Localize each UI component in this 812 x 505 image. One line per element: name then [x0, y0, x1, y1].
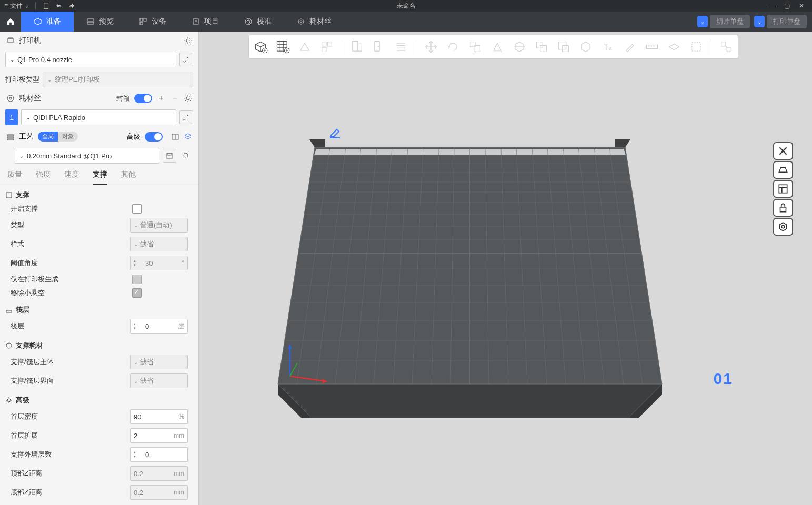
- arrange-icon[interactable]: [317, 37, 336, 56]
- support-paint-icon[interactable]: [554, 37, 573, 56]
- undo-icon[interactable]: [55, 2, 63, 10]
- svg-rect-64: [647, 45, 658, 49]
- split-objects-icon[interactable]: [347, 37, 366, 56]
- assembly-view-icon[interactable]: [717, 37, 736, 56]
- auto-orient-icon[interactable]: [295, 37, 314, 56]
- remove-filament-icon[interactable]: −: [170, 94, 179, 103]
- filament-settings-icon[interactable]: [184, 94, 192, 103]
- print-button[interactable]: 打印单盘: [767, 15, 807, 28]
- advanced-label: 高级: [127, 132, 141, 142]
- wall-loops-input[interactable]: ▴▾ 0: [130, 447, 188, 462]
- maximize-icon[interactable]: ▢: [783, 2, 791, 10]
- svg-point-10: [245, 18, 252, 25]
- enclosure-toggle[interactable]: [134, 94, 152, 103]
- support-type-select[interactable]: ⌄普通(自动): [130, 218, 188, 233]
- assembly-icon[interactable]: [665, 37, 684, 56]
- nav-project[interactable]: 项目: [179, 12, 232, 32]
- perspective-icon[interactable]: [773, 161, 793, 179]
- tab-support[interactable]: 支撑: [93, 170, 107, 185]
- filament-slot-1[interactable]: 1: [5, 109, 18, 125]
- file-menu[interactable]: ≡ 文件 ⌄: [4, 2, 29, 11]
- section-raft: 筏层: [0, 300, 198, 317]
- support-body-select[interactable]: ⌄缺省: [130, 355, 188, 369]
- advanced-toggle[interactable]: [145, 132, 163, 142]
- filament-edit-icon[interactable]: [179, 110, 193, 124]
- expansion-input[interactable]: 2 mm: [130, 428, 188, 443]
- process-icon: [6, 133, 15, 141]
- scope-toggle[interactable]: 全局 对象: [38, 132, 78, 142]
- variable-layer-icon[interactable]: [392, 37, 410, 56]
- printer-settings-icon[interactable]: [184, 36, 192, 45]
- top-z-input[interactable]: 0.2 mm: [130, 466, 188, 481]
- titlebar: ≡ 文件 ⌄ 未命名 — ▢ ✕: [0, 0, 812, 12]
- nav-device[interactable]: 设备: [126, 12, 179, 32]
- print-dropdown[interactable]: ⌄: [754, 16, 765, 27]
- lock-icon[interactable]: [773, 199, 793, 217]
- svg-point-17: [9, 97, 12, 99]
- settings-view-icon[interactable]: [773, 218, 793, 236]
- place-face-icon[interactable]: [488, 37, 507, 56]
- tab-quality[interactable]: 质量: [7, 170, 22, 185]
- text-icon[interactable]: Ta: [598, 37, 617, 56]
- printer-edit-icon[interactable]: [179, 53, 193, 66]
- nav-prepare[interactable]: 准备: [21, 12, 74, 32]
- nav-filament[interactable]: 耗材丝: [284, 12, 344, 32]
- svg-rect-43: [322, 42, 326, 46]
- close-view-icon[interactable]: [773, 142, 793, 160]
- filament-name: QIDI PLA Rapido: [33, 114, 85, 122]
- buildplate-only-checkbox[interactable]: [132, 275, 142, 284]
- seam-paint-icon[interactable]: [576, 37, 595, 56]
- printer-icon: [6, 36, 15, 45]
- svg-rect-5: [140, 22, 143, 25]
- measure-icon[interactable]: [643, 37, 661, 56]
- tab-speed[interactable]: 速度: [64, 170, 79, 185]
- cut-icon[interactable]: [510, 37, 529, 56]
- nav-calibrate[interactable]: 校准: [232, 12, 284, 32]
- density-input[interactable]: 90 %: [130, 409, 188, 424]
- tab-strength[interactable]: 强度: [36, 170, 51, 185]
- support-type-label: 类型: [11, 220, 130, 230]
- layers-icon[interactable]: [184, 133, 192, 141]
- buildplate-only-label: 仅在打印板生成: [11, 275, 132, 284]
- process-profile-select[interactable]: ⌄ 0.20mm Standard @Q1 Pro: [15, 148, 159, 164]
- panel-icon[interactable]: [773, 180, 793, 198]
- viewport[interactable]: P Ta: [199, 32, 812, 505]
- printer-select[interactable]: ⌄ Q1 Pro 0.4 nozzle: [5, 52, 176, 67]
- threshold-input[interactable]: ▴▾ 30 °: [130, 256, 188, 270]
- remove-overhang-checkbox[interactable]: [132, 288, 142, 298]
- support-interface-select[interactable]: ⌄缺省: [130, 373, 188, 388]
- scale-icon[interactable]: [466, 37, 485, 56]
- svg-rect-21: [7, 139, 14, 140]
- slice-dropdown[interactable]: ⌄: [697, 16, 708, 27]
- new-file-icon[interactable]: [42, 2, 51, 10]
- add-plate-icon[interactable]: [273, 37, 292, 56]
- enable-support-checkbox[interactable]: [132, 204, 142, 214]
- plate-type-select[interactable]: ⌄ 纹理PEI打印板: [43, 72, 193, 87]
- mesh-boolean-icon[interactable]: [532, 37, 551, 56]
- svg-point-11: [298, 19, 304, 24]
- bot-z-input[interactable]: 0.2 mm: [130, 485, 188, 500]
- rotate-icon[interactable]: [444, 37, 463, 56]
- add-filament-icon[interactable]: +: [156, 94, 166, 103]
- home-button[interactable]: [0, 12, 21, 32]
- svg-point-9: [247, 20, 250, 23]
- close-icon[interactable]: ✕: [797, 2, 806, 10]
- color-paint-icon[interactable]: [620, 37, 639, 56]
- minimize-icon[interactable]: —: [768, 2, 776, 10]
- redo-icon[interactable]: [67, 2, 76, 10]
- save-profile-icon[interactable]: [163, 149, 176, 163]
- split-parts-icon[interactable]: P: [369, 37, 388, 56]
- simplify-icon[interactable]: [687, 37, 706, 56]
- slice-button[interactable]: 切片单盘: [710, 15, 750, 28]
- add-cube-icon[interactable]: [251, 37, 270, 56]
- section-advanced: 高级: [0, 390, 198, 407]
- search-profile-icon[interactable]: [179, 149, 193, 163]
- move-icon[interactable]: [422, 37, 440, 56]
- build-plate[interactable]: 01: [275, 124, 665, 418]
- tab-other[interactable]: 其他: [121, 170, 136, 185]
- compare-icon[interactable]: [171, 133, 179, 141]
- nav-preview[interactable]: 预览: [74, 12, 126, 32]
- filament-select[interactable]: ⌄ QIDI PLA Rapido: [21, 109, 176, 125]
- support-style-select[interactable]: ⌄缺省: [130, 237, 188, 251]
- raft-input[interactable]: ▴▾ 0 层: [130, 319, 188, 334]
